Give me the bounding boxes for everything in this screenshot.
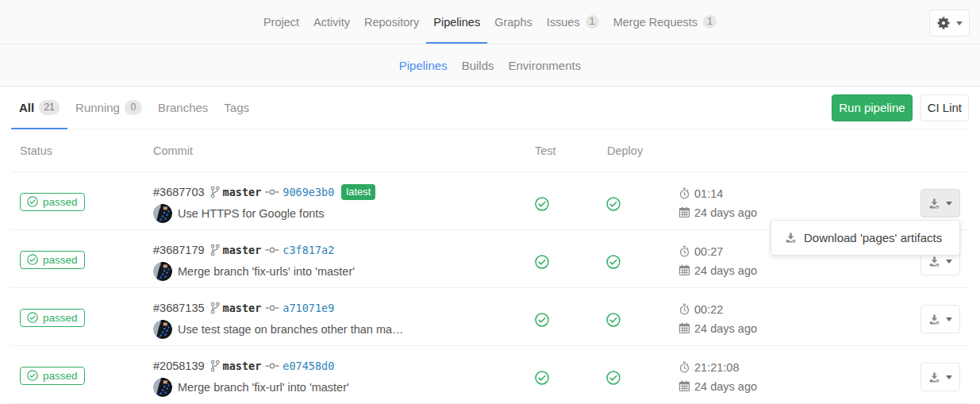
count-badge: 1 bbox=[703, 15, 717, 29]
stage-test-status[interactable] bbox=[535, 371, 598, 385]
nav-item-issues[interactable]: Issues1 bbox=[540, 0, 606, 44]
calendar-icon bbox=[678, 322, 690, 334]
avatar[interactable] bbox=[153, 204, 172, 223]
artifacts-dropdown-button[interactable] bbox=[920, 305, 960, 333]
branch-link[interactable]: master bbox=[223, 302, 262, 314]
download-icon bbox=[928, 256, 940, 267]
avatar[interactable] bbox=[153, 320, 172, 339]
download-icon bbox=[928, 371, 940, 383]
nav-item-graphs[interactable]: Graphs bbox=[487, 0, 540, 44]
check-circle-icon bbox=[27, 370, 38, 381]
tab-tags[interactable]: Tags bbox=[216, 87, 257, 129]
nav-item-label: Graphs bbox=[494, 16, 532, 29]
avatar-image bbox=[153, 320, 172, 339]
actions-cell bbox=[828, 288, 969, 345]
latest-badge: latest bbox=[341, 184, 375, 200]
stage-deploy-cell bbox=[598, 364, 670, 385]
branch-icon bbox=[210, 244, 220, 256]
pipeline-id-link[interactable]: #3687703 bbox=[153, 186, 205, 198]
branch-link[interactable]: master bbox=[223, 360, 262, 372]
finished-ago-text: 24 days ago bbox=[694, 380, 757, 393]
stage-test-status[interactable] bbox=[535, 313, 598, 327]
commit-sha-link[interactable]: e07458d0 bbox=[282, 360, 334, 372]
ci-status-badge[interactable]: passed bbox=[20, 251, 85, 269]
pipelines-table: Status Commit Test Deploy passed #368770… bbox=[11, 129, 969, 404]
stage-deploy-status[interactable] bbox=[606, 371, 670, 385]
pipelines-rows: passed #3687703 master 9069e3b0 latest bbox=[11, 172, 969, 404]
dropdown-item-download-artifacts[interactable]: Download 'pages' artifacts bbox=[771, 227, 959, 248]
commit-icon bbox=[265, 304, 279, 312]
commit-title-link[interactable]: Use HTTPS for Google fonts bbox=[178, 207, 325, 220]
actions-cell: Download 'pages' artifacts bbox=[828, 172, 969, 229]
tab-branches[interactable]: Branches bbox=[150, 87, 216, 129]
tab-all[interactable]: All21 bbox=[11, 87, 67, 129]
pipeline-id-link[interactable]: #3687179 bbox=[153, 244, 205, 256]
duration-text: 00:27 bbox=[694, 245, 723, 258]
ci-status-badge[interactable]: passed bbox=[20, 367, 85, 385]
sub-nav-item-environments[interactable]: Environments bbox=[502, 59, 589, 72]
commit-sha-link[interactable]: 9069e3b0 bbox=[282, 186, 334, 198]
pipeline-id-link[interactable]: #3687135 bbox=[153, 302, 205, 314]
chevron-down-icon bbox=[956, 21, 963, 29]
stage-test-status[interactable] bbox=[535, 255, 598, 269]
sub-nav-item-pipelines[interactable]: Pipelines bbox=[392, 59, 455, 72]
commit-title-link[interactable]: Use test stage on branches other than ma… bbox=[178, 323, 404, 336]
commit-sha-link[interactable]: c3f817a2 bbox=[282, 244, 334, 256]
timer-icon bbox=[678, 245, 690, 257]
pipeline-id-link[interactable]: #2058139 bbox=[153, 360, 205, 372]
avatar[interactable] bbox=[153, 262, 172, 281]
ci-status-label: passed bbox=[43, 254, 78, 266]
commit-title-link[interactable]: Merge branch 'fix-url' into 'master' bbox=[178, 381, 349, 394]
run-pipeline-button[interactable]: Run pipeline bbox=[832, 94, 912, 121]
branch-link[interactable]: master bbox=[223, 244, 262, 256]
status-cell: passed bbox=[11, 191, 146, 211]
nav-item-pipelines[interactable]: Pipelines bbox=[426, 0, 487, 44]
timer-icon bbox=[678, 303, 690, 315]
commit-title-link[interactable]: Merge branch 'fix-urls' into 'master' bbox=[178, 265, 355, 278]
stage-test-status[interactable] bbox=[535, 197, 598, 211]
tab-running[interactable]: Running0 bbox=[67, 87, 150, 129]
status-cell: passed bbox=[11, 249, 146, 269]
finished-ago-text: 24 days ago bbox=[694, 264, 757, 277]
artifacts-dropdown-button[interactable] bbox=[920, 363, 960, 391]
ci-status-label: passed bbox=[43, 370, 78, 382]
stage-deploy-status[interactable] bbox=[606, 313, 670, 327]
ci-status-badge[interactable]: passed bbox=[20, 193, 85, 211]
tab-label: Tags bbox=[224, 101, 249, 114]
tab-label: Branches bbox=[158, 101, 208, 114]
duration-text: 00:22 bbox=[694, 303, 723, 316]
stage-deploy-cell bbox=[598, 248, 670, 269]
stage-test-cell bbox=[527, 190, 598, 211]
sub-nav-item-builds[interactable]: Builds bbox=[455, 59, 502, 72]
stage-deploy-status[interactable] bbox=[606, 255, 670, 269]
ci-lint-button[interactable]: CI Lint bbox=[920, 94, 969, 121]
pipelines-sub-nav: PipelinesBuildsEnvironments bbox=[0, 44, 980, 87]
avatar[interactable] bbox=[153, 378, 172, 397]
finished-ago-text: 24 days ago bbox=[694, 206, 757, 219]
count-badge: 21 bbox=[39, 100, 60, 115]
check-circle-icon bbox=[27, 196, 38, 207]
branch-link[interactable]: master bbox=[223, 186, 262, 198]
gear-icon bbox=[937, 17, 950, 29]
commit-cell: #3687179 master c3f817a2 bbox=[146, 240, 527, 281]
commit-sha-link[interactable]: a71071e9 bbox=[282, 302, 334, 314]
check-circle-icon bbox=[535, 255, 549, 269]
artifacts-dropdown-menu: Download 'pages' artifacts bbox=[771, 220, 960, 256]
nav-item-label: Repository bbox=[364, 16, 419, 29]
chevron-down-icon bbox=[946, 202, 952, 209]
project-settings-dropdown-button[interactable] bbox=[929, 10, 970, 37]
ci-status-label: passed bbox=[43, 196, 78, 208]
artifacts-dropdown-button[interactable] bbox=[920, 189, 960, 217]
top-area: All21Running0BranchesTags Run pipeline C… bbox=[11, 87, 969, 129]
time-cell: 21:21:08 24 days ago bbox=[670, 358, 828, 396]
nav-item-project[interactable]: Project bbox=[256, 0, 306, 44]
nav-item-merge-requests[interactable]: Merge Requests1 bbox=[606, 0, 724, 44]
ci-status-badge[interactable]: passed bbox=[20, 309, 85, 327]
stage-deploy-status[interactable] bbox=[606, 197, 670, 211]
nav-item-repository[interactable]: Repository bbox=[357, 0, 426, 44]
count-badge: 0 bbox=[125, 100, 142, 115]
duration-text: 21:21:08 bbox=[694, 361, 739, 374]
commit-icon bbox=[265, 362, 279, 370]
nav-item-activity[interactable]: Activity bbox=[306, 0, 357, 44]
calendar-icon bbox=[678, 264, 690, 276]
